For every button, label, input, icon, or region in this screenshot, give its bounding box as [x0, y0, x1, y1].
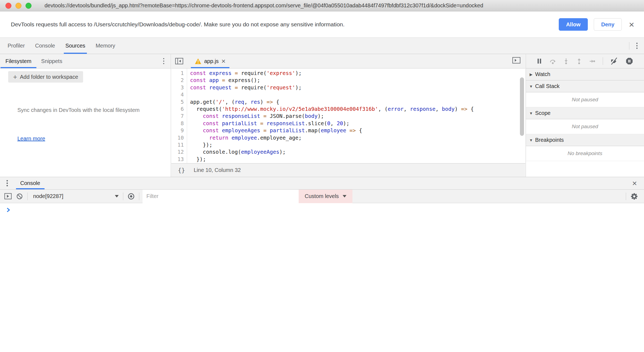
pretty-print-icon[interactable]: {}: [178, 167, 185, 174]
live-expression-eye-icon[interactable]: [128, 193, 135, 200]
custom-levels-dropdown[interactable]: Custom levels: [299, 190, 352, 203]
code-line-12: 12 console.log(employeeAges);: [171, 149, 525, 156]
editor-scrollbar[interactable]: [520, 77, 524, 136]
navigator-toggle-icon[interactable]: [175, 58, 183, 64]
main-tabbar-separator: [629, 42, 629, 50]
deny-button[interactable]: Deny: [594, 18, 622, 31]
filter-input[interactable]: [143, 190, 299, 203]
code-text: const request = require('request');: [187, 84, 302, 91]
step-icon[interactable]: [589, 59, 595, 64]
line-number[interactable]: 8: [171, 120, 187, 127]
code-lines: 1const express = require('express');2con…: [171, 70, 525, 163]
code-editor[interactable]: 1const express = require('express');2con…: [171, 68, 525, 163]
section-placeholder-text: Not paused: [572, 124, 598, 130]
code-line-4: 4: [171, 91, 525, 98]
code-text: });: [187, 156, 206, 163]
drawer-tab-console[interactable]: Console: [16, 177, 45, 189]
deactivate-breakpoints-icon[interactable]: [610, 57, 618, 65]
line-number[interactable]: 2: [171, 77, 187, 84]
main-menu-kebab-icon[interactable]: [634, 40, 640, 51]
navigator-tabbar: FilesystemSnippets: [0, 54, 171, 68]
line-number[interactable]: 12: [171, 149, 187, 156]
line-number[interactable]: 4: [171, 91, 187, 98]
tab-filesystem[interactable]: Filesystem: [1, 54, 36, 68]
code-text: console.log(employeeAges);: [187, 149, 286, 156]
drawer-close-icon[interactable]: ×: [632, 179, 637, 187]
code-text: });: [187, 142, 212, 149]
minimize-window-button[interactable]: [15, 3, 21, 9]
debugger-sidebar-toggle-icon[interactable]: [512, 57, 520, 64]
step-over-icon[interactable]: [550, 58, 556, 64]
close-window-button[interactable]: [5, 3, 11, 9]
left-panel-tabs: FilesystemSnippets: [0, 54, 67, 68]
line-number[interactable]: 1: [171, 70, 187, 77]
code-text: const partialList = responseList.slice(0…: [187, 120, 349, 127]
section-header-breakpoints[interactable]: ▼Breakpoints: [526, 134, 644, 146]
console-toolbar-separator-4: [626, 193, 626, 200]
code-line-6: 6 request('http://www.mocky.io/v2/5e1a9a…: [171, 106, 525, 113]
chevron-right-icon: ▶: [527, 72, 535, 77]
chevron-down-icon: [343, 195, 346, 197]
pause-icon[interactable]: [537, 58, 542, 64]
main-tabbar: ProfilerConsoleSourcesMemory: [0, 38, 644, 54]
zoom-window-button[interactable]: [26, 3, 31, 9]
pause-on-exceptions-icon[interactable]: [626, 57, 633, 65]
execution-context-label: node[92287]: [33, 193, 63, 199]
editor-tabbar: app.js ×: [171, 54, 525, 68]
line-number[interactable]: 5: [171, 99, 187, 106]
line-number[interactable]: 7: [171, 113, 187, 120]
section-header-scope[interactable]: ▼Scope: [526, 107, 644, 119]
line-number[interactable]: 10: [171, 134, 187, 142]
cursor-position: Line 10, Column 32: [194, 167, 241, 173]
code-line-10: 10 return employee.employee_age;: [171, 134, 525, 142]
console-drawer: Console × node[92287]: [0, 177, 644, 352]
line-number[interactable]: 11: [171, 142, 187, 149]
infobar-close-icon[interactable]: ×: [629, 20, 634, 29]
line-number[interactable]: 9: [171, 127, 187, 134]
section-header-watch[interactable]: ▶Watch: [526, 68, 644, 80]
plus-icon: +: [13, 73, 17, 80]
tab-sources[interactable]: Sources: [65, 38, 85, 54]
file-tab-appjs[interactable]: app.js ×: [191, 54, 229, 68]
learn-more-link[interactable]: Learn more: [17, 136, 45, 142]
step-out-icon[interactable]: [576, 58, 582, 64]
console-toolbar: node[92287] Custom levels: [0, 190, 644, 203]
close-tab-icon[interactable]: ×: [221, 58, 225, 65]
code-line-11: 11 });: [171, 142, 525, 149]
tab-profiler[interactable]: Profiler: [8, 38, 25, 54]
line-number[interactable]: 3: [171, 84, 187, 91]
code-line-3: 3const request = require('request');: [171, 84, 525, 91]
editor-panel: app.js × 1const express = require('expre…: [171, 54, 525, 177]
tab-memory[interactable]: Memory: [96, 38, 115, 54]
code-text: const responseList = JSON.parse(body);: [187, 113, 324, 120]
code-line-2: 2const app = express();: [171, 77, 525, 84]
line-number[interactable]: 13: [171, 156, 187, 163]
settings-gear-icon[interactable]: [630, 193, 638, 200]
tab-console[interactable]: Console: [35, 38, 55, 54]
code-text: request('http://www.mocky.io/v2/5e1a9abe…: [187, 106, 474, 113]
execution-context-selector[interactable]: node[92287]: [33, 193, 119, 199]
section-content-call-stack: Not paused: [526, 92, 644, 107]
step-into-icon[interactable]: [563, 58, 569, 64]
add-folder-button[interactable]: + Add folder to workspace: [8, 71, 83, 83]
console-prompt[interactable]: [0, 203, 644, 352]
titlebar: devtools://devtools/bundled/js_app.html?…: [0, 0, 644, 11]
allow-button[interactable]: Allow: [559, 18, 588, 31]
drawer-header: Console ×: [0, 177, 644, 190]
editor-statusbar: {} Line 10, Column 32: [171, 163, 525, 177]
sync-message: Sync changes in DevTools with the local …: [17, 106, 148, 115]
console-sidebar-toggle-icon[interactable]: [4, 193, 12, 199]
console-toolbar-separator-3: [139, 193, 139, 200]
code-text: [187, 91, 190, 98]
chevron-down-icon: [115, 195, 119, 197]
line-number[interactable]: 6: [171, 106, 187, 113]
tab-snippets[interactable]: Snippets: [36, 54, 67, 68]
code-line-5: 5app.get('/', (req, res) => {: [171, 99, 525, 106]
code-text: const app = express();: [187, 77, 260, 84]
section-header-call-stack[interactable]: ▼Call Stack: [526, 80, 644, 92]
devtools-window: devtools://devtools/bundled/js_app.html?…: [0, 0, 644, 352]
drawer-kebab-icon[interactable]: [4, 178, 10, 188]
file-tab-label: app.js: [204, 58, 219, 64]
navigator-kebab-icon[interactable]: [161, 56, 167, 67]
clear-console-icon[interactable]: [16, 193, 23, 200]
